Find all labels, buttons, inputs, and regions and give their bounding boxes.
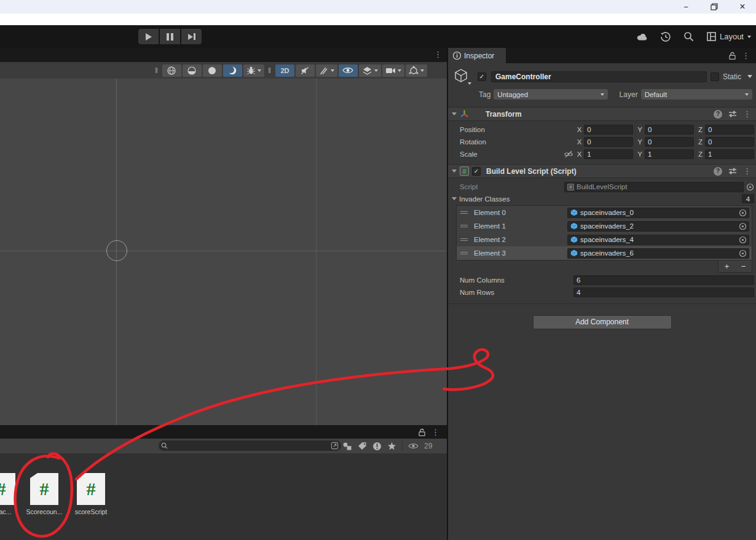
scale-x-field[interactable]: 1 (584, 149, 633, 159)
foldout-caret-icon[interactable] (452, 170, 457, 173)
presets-icon[interactable] (728, 110, 737, 118)
close-icon[interactable]: × (738, 2, 747, 12)
tab-inspector[interactable]: Inspector (448, 48, 506, 63)
object-picker-icon[interactable] (746, 183, 754, 191)
step-button[interactable] (181, 29, 202, 44)
chevron-down-icon (331, 69, 334, 72)
toolbar-section-handle[interactable]: ‖ (268, 66, 272, 75)
scale-z-field[interactable]: 1 (705, 149, 754, 159)
project-search-field[interactable] (159, 440, 341, 451)
help-icon[interactable]: ? (714, 167, 722, 176)
list-add-button[interactable]: + (719, 260, 735, 272)
element-object-field[interactable]: spaceinvaders_2 (567, 221, 749, 232)
scene-lighting-toggle[interactable] (223, 65, 242, 77)
add-component-button[interactable]: Add Component (533, 315, 672, 329)
object-picker-icon[interactable] (739, 209, 747, 217)
object-picker-icon[interactable] (739, 222, 747, 230)
history-icon[interactable] (660, 31, 671, 42)
layout-dropdown-button[interactable]: Layout (707, 32, 751, 41)
asset-item[interactable]: # Scorecoun... (25, 473, 64, 515)
script-label: Script (460, 183, 564, 190)
build-level-script-header[interactable]: # ✓ Build Level Script (Script) ? ⋮ (448, 164, 756, 178)
list-item[interactable]: Element 2 spaceinvaders_4 (457, 233, 752, 246)
asset-item[interactable]: # scoreScript (71, 473, 111, 515)
favorites-star-icon[interactable] (387, 442, 396, 451)
tag-dropdown[interactable]: Untagged (494, 89, 607, 100)
asset-item[interactable]: # Spac... (0, 473, 21, 515)
restore-icon[interactable] (709, 2, 719, 12)
help-icon[interactable]: ? (714, 110, 722, 119)
list-item-selected[interactable]: Element 3 spaceinvaders_6 (457, 246, 752, 260)
gameobject-name-field[interactable]: GameController (491, 71, 707, 82)
play-button[interactable] (138, 29, 159, 44)
foldout-caret-icon[interactable] (452, 112, 457, 115)
grid-layers-dropdown[interactable] (359, 65, 381, 77)
filter-by-type-icon[interactable] (342, 442, 352, 451)
rotation-x-field[interactable]: 0 (584, 137, 633, 147)
element-object-field[interactable]: spaceinvaders_0 (567, 208, 749, 218)
scene-origin-gizmo[interactable] (106, 240, 127, 261)
position-z-field[interactable]: 0 (705, 125, 754, 135)
element-object-field[interactable]: spaceinvaders_6 (567, 248, 749, 259)
array-size-field[interactable]: 4 (742, 194, 754, 203)
position-y-field[interactable]: 0 (645, 125, 694, 135)
project-menu-kebab-icon[interactable]: ⋮ (431, 428, 439, 436)
gameobject-cube-icon[interactable] (453, 68, 469, 85)
drag-handle-icon[interactable] (460, 252, 468, 254)
mode-2d-button[interactable]: 2D (275, 65, 294, 77)
cloud-icon[interactable] (637, 31, 648, 42)
drag-handle-icon[interactable] (460, 238, 468, 241)
transform-header[interactable]: Transform ? ⋮ (448, 107, 756, 121)
effects-dropdown-button[interactable] (316, 65, 337, 77)
position-x-field[interactable]: 0 (584, 125, 633, 135)
search-icon[interactable] (683, 31, 695, 42)
lock-icon[interactable] (419, 428, 425, 436)
static-checkbox[interactable]: ✓ (711, 72, 719, 81)
list-item[interactable]: Element 0 spaceinvaders_0 (457, 206, 752, 219)
scene-visibility-button[interactable] (339, 65, 358, 77)
alerts-icon[interactable] (372, 442, 382, 451)
component-kebab-icon[interactable]: ⋮ (743, 167, 751, 175)
minimize-icon[interactable]: − (681, 2, 691, 12)
num-columns-field[interactable]: 6 (573, 275, 754, 285)
search-popout-icon[interactable] (331, 442, 339, 450)
inspector-menu-kebab-icon[interactable]: ⋮ (742, 52, 750, 60)
shaded-wireframe-button[interactable] (203, 65, 222, 77)
hidden-count-eye-icon[interactable] (408, 442, 419, 450)
wireframe-mode-button[interactable] (183, 65, 202, 77)
scene-menu-kebab-icon[interactable]: ⋮ (434, 50, 442, 58)
drag-handle-icon[interactable] (460, 225, 468, 227)
menu-strip (0, 14, 756, 25)
active-checkbox[interactable]: ✓ (478, 72, 486, 81)
toolbar-drag-handle[interactable]: ‖ (155, 66, 159, 75)
list-remove-button[interactable]: − (735, 260, 752, 272)
list-item[interactable]: Element 1 spaceinvaders_2 (457, 219, 752, 233)
script-object-field[interactable]: # BuildLevelScript (564, 182, 744, 192)
rotation-z-field[interactable]: 0 (705, 137, 754, 147)
drag-handle-icon[interactable] (460, 211, 468, 214)
presets-icon[interactable] (728, 167, 737, 175)
scale-y-field[interactable]: 1 (645, 149, 694, 159)
lock-icon[interactable] (729, 52, 736, 60)
element-object-field[interactable]: spaceinvaders_4 (567, 235, 749, 245)
object-picker-icon[interactable] (739, 249, 747, 257)
debug-draw-dropdown[interactable] (243, 65, 264, 77)
gizmos-dropdown-button[interactable] (406, 65, 427, 77)
shading-mode-button[interactable] (162, 65, 181, 77)
layer-dropdown[interactable]: Default (641, 89, 752, 100)
scene-view[interactable] (0, 79, 447, 425)
camera-dropdown-button[interactable] (382, 65, 404, 77)
invader-classes-foldout[interactable]: Invader Classes 4 (448, 193, 756, 205)
link-constrain-icon[interactable] (564, 151, 573, 158)
search-input[interactable] (170, 442, 328, 450)
rotation-y-field[interactable]: 0 (645, 137, 694, 147)
static-dropdown-icon[interactable] (747, 75, 752, 78)
pause-button[interactable] (160, 29, 180, 44)
component-kebab-icon[interactable]: ⋮ (743, 110, 751, 118)
audio-toggle-button[interactable] (296, 65, 315, 77)
component-enabled-checkbox[interactable]: ✓ (472, 167, 481, 176)
num-rows-field[interactable]: 4 (573, 288, 754, 297)
filter-by-label-icon[interactable] (358, 442, 367, 450)
object-picker-icon[interactable] (739, 236, 747, 244)
project-content[interactable]: # Spac... # Scorecoun... # scoreScript (0, 453, 447, 540)
